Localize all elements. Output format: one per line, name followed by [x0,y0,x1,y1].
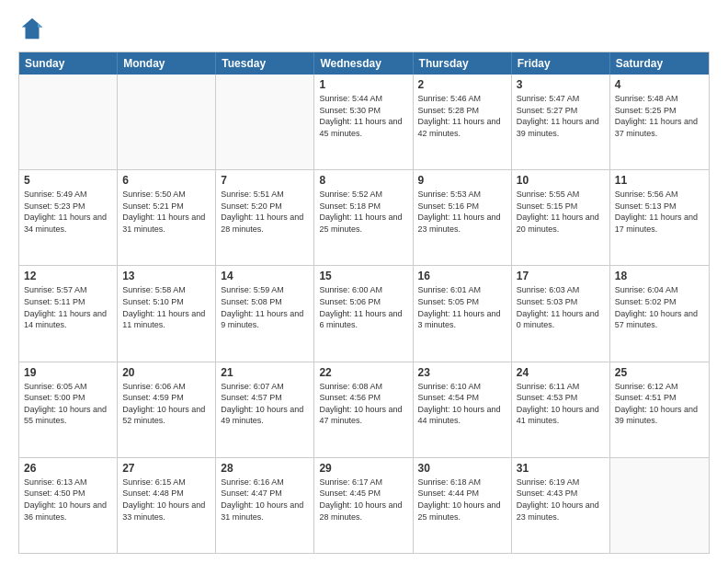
day-number: 18 [615,270,704,282]
cal-cell: 20Sunrise: 6:06 AM Sunset: 4:59 PM Dayli… [118,362,216,457]
cal-cell: 22Sunrise: 6:08 AM Sunset: 4:56 PM Dayli… [314,362,413,457]
cell-details: Sunrise: 6:15 AM Sunset: 4:48 PM Dayligh… [122,477,210,523]
cal-cell: 18Sunrise: 6:04 AM Sunset: 5:02 PM Dayli… [610,266,709,361]
cell-details: Sunrise: 5:48 AM Sunset: 5:25 PM Dayligh… [615,93,704,139]
cell-details: Sunrise: 5:55 AM Sunset: 5:15 PM Dayligh… [517,189,605,235]
day-number: 31 [517,462,605,475]
cal-cell [118,75,216,169]
day-number: 5 [24,174,112,187]
week-row-3: 12Sunrise: 5:57 AM Sunset: 5:11 PM Dayli… [19,266,709,362]
cell-details: Sunrise: 5:53 AM Sunset: 5:16 PM Dayligh… [418,189,506,235]
day-header-thursday: Thursday [414,52,512,75]
day-number: 9 [418,174,506,187]
calendar-header: SundayMondayTuesdayWednesdayThursdayFrid… [19,52,709,75]
cal-cell: 24Sunrise: 6:11 AM Sunset: 4:53 PM Dayli… [512,362,610,457]
cal-cell: 17Sunrise: 6:03 AM Sunset: 5:03 PM Dayli… [512,266,610,361]
cal-cell: 19Sunrise: 6:05 AM Sunset: 5:00 PM Dayli… [19,362,118,457]
cal-cell: 2Sunrise: 5:46 AM Sunset: 5:28 PM Daylig… [414,75,512,169]
day-number: 3 [517,78,605,91]
cell-details: Sunrise: 5:46 AM Sunset: 5:28 PM Dayligh… [418,93,506,139]
cell-details: Sunrise: 6:00 AM Sunset: 5:06 PM Dayligh… [319,284,407,330]
cell-details: Sunrise: 5:56 AM Sunset: 5:13 PM Dayligh… [615,189,704,235]
day-number: 8 [319,174,407,187]
day-number: 16 [418,270,506,282]
cal-cell: 16Sunrise: 6:01 AM Sunset: 5:05 PM Dayli… [414,266,512,361]
svg-marker-0 [22,18,43,40]
cell-details: Sunrise: 5:57 AM Sunset: 5:11 PM Dayligh… [24,284,112,330]
day-number: 11 [615,174,704,187]
cal-cell: 3Sunrise: 5:47 AM Sunset: 5:27 PM Daylig… [512,75,610,169]
day-number: 19 [24,366,112,379]
day-header-monday: Monday [118,52,216,75]
day-number: 25 [615,366,704,379]
day-number: 4 [615,78,704,91]
cell-details: Sunrise: 6:16 AM Sunset: 4:47 PM Dayligh… [221,477,309,523]
cal-cell: 1Sunrise: 5:44 AM Sunset: 5:30 PM Daylig… [314,75,413,169]
cell-details: Sunrise: 6:10 AM Sunset: 4:54 PM Dayligh… [418,381,506,427]
cell-details: Sunrise: 6:04 AM Sunset: 5:02 PM Dayligh… [615,284,704,330]
day-number: 27 [122,462,210,475]
day-number: 26 [24,462,112,475]
day-header-sunday: Sunday [19,52,118,75]
cell-details: Sunrise: 5:51 AM Sunset: 5:20 PM Dayligh… [221,189,309,235]
day-header-tuesday: Tuesday [216,52,314,75]
page: SundayMondayTuesdayWednesdayThursdayFrid… [0,0,728,563]
day-number: 1 [319,78,407,91]
day-number: 24 [517,366,605,379]
day-number: 2 [418,78,506,91]
cell-details: Sunrise: 5:52 AM Sunset: 5:18 PM Dayligh… [319,189,407,235]
cell-details: Sunrise: 6:19 AM Sunset: 4:43 PM Dayligh… [517,477,605,523]
calendar-body: 1Sunrise: 5:44 AM Sunset: 5:30 PM Daylig… [19,75,709,553]
cell-details: Sunrise: 6:18 AM Sunset: 4:44 PM Dayligh… [418,477,506,523]
week-row-1: 1Sunrise: 5:44 AM Sunset: 5:30 PM Daylig… [19,75,709,170]
day-number: 14 [221,270,309,282]
cal-cell: 4Sunrise: 5:48 AM Sunset: 5:25 PM Daylig… [610,75,709,169]
day-number: 22 [319,366,407,379]
day-number: 29 [319,462,407,475]
cell-details: Sunrise: 6:11 AM Sunset: 4:53 PM Dayligh… [517,381,605,427]
cal-cell: 23Sunrise: 6:10 AM Sunset: 4:54 PM Dayli… [414,362,512,457]
day-number: 28 [221,462,309,475]
week-row-2: 5Sunrise: 5:49 AM Sunset: 5:23 PM Daylig… [19,170,709,266]
day-number: 20 [122,366,210,379]
cal-cell: 11Sunrise: 5:56 AM Sunset: 5:13 PM Dayli… [610,170,709,265]
cal-cell: 6Sunrise: 5:50 AM Sunset: 5:21 PM Daylig… [118,170,216,265]
logo [18,15,50,42]
cell-details: Sunrise: 6:17 AM Sunset: 4:45 PM Dayligh… [319,477,407,523]
cal-cell: 13Sunrise: 5:58 AM Sunset: 5:10 PM Dayli… [118,266,216,361]
day-number: 13 [122,270,210,282]
cal-cell [19,75,118,169]
cell-details: Sunrise: 6:05 AM Sunset: 5:00 PM Dayligh… [24,381,112,427]
cal-cell: 28Sunrise: 6:16 AM Sunset: 4:47 PM Dayli… [216,458,314,553]
day-header-saturday: Saturday [610,52,709,75]
day-number: 12 [24,270,112,282]
day-number: 30 [418,462,506,475]
cal-cell: 8Sunrise: 5:52 AM Sunset: 5:18 PM Daylig… [314,170,413,265]
cell-details: Sunrise: 5:59 AM Sunset: 5:08 PM Dayligh… [221,284,309,330]
day-header-wednesday: Wednesday [314,52,413,75]
cell-details: Sunrise: 5:58 AM Sunset: 5:10 PM Dayligh… [122,284,210,330]
day-number: 23 [418,366,506,379]
cell-details: Sunrise: 5:47 AM Sunset: 5:27 PM Dayligh… [517,93,605,139]
day-number: 21 [221,366,309,379]
cell-details: Sunrise: 6:13 AM Sunset: 4:50 PM Dayligh… [24,477,112,523]
cal-cell: 25Sunrise: 6:12 AM Sunset: 4:51 PM Dayli… [610,362,709,457]
cal-cell: 5Sunrise: 5:49 AM Sunset: 5:23 PM Daylig… [19,170,118,265]
cal-cell: 27Sunrise: 6:15 AM Sunset: 4:48 PM Dayli… [118,458,216,553]
week-row-4: 19Sunrise: 6:05 AM Sunset: 5:00 PM Dayli… [19,362,709,458]
cal-cell: 9Sunrise: 5:53 AM Sunset: 5:16 PM Daylig… [414,170,512,265]
cal-cell [610,458,709,553]
day-number: 6 [122,174,210,187]
cal-cell: 29Sunrise: 6:17 AM Sunset: 4:45 PM Dayli… [314,458,413,553]
day-header-friday: Friday [512,52,610,75]
cell-details: Sunrise: 6:01 AM Sunset: 5:05 PM Dayligh… [418,284,506,330]
cal-cell: 14Sunrise: 5:59 AM Sunset: 5:08 PM Dayli… [216,266,314,361]
cal-cell: 12Sunrise: 5:57 AM Sunset: 5:11 PM Dayli… [19,266,118,361]
cell-details: Sunrise: 6:07 AM Sunset: 4:57 PM Dayligh… [221,381,309,427]
cal-cell: 31Sunrise: 6:19 AM Sunset: 4:43 PM Dayli… [512,458,610,553]
cal-cell: 30Sunrise: 6:18 AM Sunset: 4:44 PM Dayli… [414,458,512,553]
cell-details: Sunrise: 5:50 AM Sunset: 5:21 PM Dayligh… [122,189,210,235]
cal-cell: 7Sunrise: 5:51 AM Sunset: 5:20 PM Daylig… [216,170,314,265]
week-row-5: 26Sunrise: 6:13 AM Sunset: 4:50 PM Dayli… [19,458,709,553]
cal-cell: 10Sunrise: 5:55 AM Sunset: 5:15 PM Dayli… [512,170,610,265]
